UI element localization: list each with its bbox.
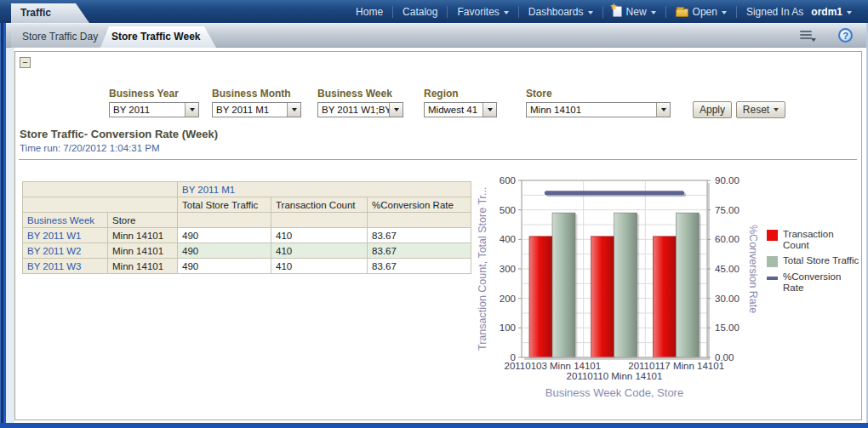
store-cell: Minn 14101	[108, 228, 178, 243]
traffic-cell: 490	[178, 243, 271, 259]
window-frame-bottom	[0, 423, 868, 428]
conversion-cell: 83.67	[368, 259, 471, 274]
prompt-store: Store Minn 14101	[526, 88, 671, 117]
business-year-value: BY 2011	[110, 103, 185, 117]
chevron-down-icon	[651, 11, 656, 14]
svg-text:100: 100	[500, 322, 516, 333]
store-cell: Minn 14101	[108, 243, 178, 259]
table-group-header-row: BY 2011 M1	[23, 182, 471, 197]
nav-new-label: New	[626, 6, 647, 18]
nav-home-label: Home	[356, 6, 383, 18]
dashboard-name-tab[interactable]: Traffic	[11, 3, 89, 23]
nav-home[interactable]: Home	[346, 0, 392, 23]
signed-in-label: Signed In As	[746, 6, 803, 18]
nav-favorites[interactable]: Favorites	[448, 0, 517, 23]
svg-text:30.00: 30.00	[715, 294, 740, 304]
right-axis-title: %Conversion Rate	[745, 180, 760, 357]
reset-label: Reset	[743, 104, 769, 116]
svg-text:500: 500	[500, 205, 516, 215]
business-year-select[interactable]: BY 2011	[109, 102, 199, 117]
tab-store-traffic-week[interactable]: Store Traffic Week	[100, 26, 216, 48]
tab-day-label: Store Traffic Day	[22, 31, 98, 43]
svg-text:200: 200	[500, 294, 516, 304]
group-header-cell[interactable]: BY 2011 M1	[178, 182, 471, 197]
dashboard-content-panel: − Business Year BY 2011 Business Month B…	[14, 51, 862, 420]
open-folder-icon	[676, 9, 688, 17]
signed-in-menu[interactable]: Signed In As ordm1	[737, 0, 861, 23]
title-separator	[19, 159, 857, 160]
table-row: BY 2011 W2 Minn 14101 490 410 83.67	[23, 243, 471, 259]
dropdown-arrow-icon[interactable]	[287, 103, 300, 117]
legend-entry: %Conversion Rate	[767, 271, 862, 294]
nav-new[interactable]: ★ New	[603, 0, 665, 23]
conversion-cell: 83.67	[368, 228, 471, 243]
chart-legend: Transaction CountTotal Store Traffic%Con…	[767, 229, 862, 298]
svg-text:600: 600	[500, 175, 516, 185]
week-cell[interactable]: BY 2011 W3	[23, 259, 108, 274]
collapse-section-icon[interactable]: −	[20, 57, 31, 68]
chevron-down-icon	[588, 11, 593, 14]
svg-text:20110103 Minn 14101: 20110103 Minn 14101	[505, 361, 602, 371]
region-value: Midwest 41	[425, 103, 483, 117]
dropdown-arrow-icon[interactable]	[185, 103, 198, 117]
nav-dashboards[interactable]: Dashboards	[519, 0, 602, 23]
prompt-region: Region Midwest 41	[424, 88, 497, 117]
apply-button[interactable]: Apply	[693, 101, 732, 118]
prompt-label: Business Month	[212, 88, 301, 100]
transactions-cell: 410	[271, 228, 368, 243]
help-glyph: ?	[842, 31, 848, 41]
star-badge-icon: ★	[610, 3, 618, 11]
chart-plot-area: 01002003004005006000.0015.0030.0045.0060…	[473, 167, 762, 392]
dropdown-arrow-icon[interactable]	[389, 103, 403, 117]
business-month-select[interactable]: BY 2011 M1	[212, 102, 301, 117]
nav-dashboards-label: Dashboards	[528, 6, 584, 18]
chevron-down-icon	[722, 11, 727, 14]
nav-catalog[interactable]: Catalog	[393, 0, 447, 23]
store-select[interactable]: Minn 14101	[526, 102, 671, 117]
legend-label: %Conversion Rate	[783, 271, 862, 294]
legend-swatch-icon	[767, 230, 778, 241]
transactions-cell: 410	[271, 243, 368, 259]
menu-line	[800, 34, 812, 36]
report-title: Store Traffic- Conversion Rate (Week)	[20, 128, 218, 140]
reset-button[interactable]: Reset	[736, 101, 785, 118]
col-header-conversion: %Conversion Rate	[368, 197, 471, 213]
prompt-business-year: Business Year BY 2011	[109, 88, 199, 117]
svg-text:20110110 Minn 14101: 20110110 Minn 14101	[567, 371, 663, 381]
chevron-down-icon	[504, 11, 509, 14]
user-name: ordm1	[811, 6, 842, 18]
store-value: Minn 14101	[527, 103, 656, 117]
prompt-business-month: Business Month BY 2011 M1	[212, 88, 301, 117]
prompt-business-week: Business Week BY 2011 W1;BY 2(	[317, 88, 403, 117]
svg-text:90.00: 90.00	[715, 175, 740, 185]
business-week-value: BY 2011 W1;BY 2(	[318, 103, 389, 117]
prompt-label: Business Week	[317, 88, 403, 100]
apply-label: Apply	[700, 104, 725, 116]
tab-store-traffic-day[interactable]: Store Traffic Day	[11, 26, 111, 48]
prompt-label: Region	[424, 88, 497, 100]
page-options-icon[interactable]	[800, 31, 815, 42]
week-cell[interactable]: BY 2011 W2	[23, 243, 108, 259]
store-cell: Minn 14101	[108, 259, 178, 274]
chevron-down-icon	[847, 11, 852, 14]
legend-entry: Total Store Traffic	[767, 255, 862, 267]
legend-label: Total Store Traffic	[783, 255, 859, 266]
chevron-down-icon	[811, 38, 816, 42]
svg-text:20110117 Minn 14101: 20110117 Minn 14101	[628, 361, 724, 371]
business-week-select[interactable]: BY 2011 W1;BY 2(	[317, 102, 403, 117]
col-header-business-week[interactable]: Business Week	[23, 213, 108, 228]
week-cell[interactable]: BY 2011 W1	[23, 228, 108, 243]
empty-cell	[178, 213, 271, 228]
menu-line	[800, 37, 812, 39]
nav-open-label: Open	[693, 6, 717, 18]
empty-cell	[271, 213, 368, 228]
dropdown-arrow-icon[interactable]	[656, 103, 670, 117]
traffic-cell: 490	[178, 259, 271, 274]
region-select[interactable]: Midwest 41	[424, 102, 497, 117]
pivot-table: BY 2011 M1 Total Store Traffic Transacti…	[22, 181, 471, 274]
help-icon[interactable]: ?	[838, 28, 853, 43]
legend-entry: Transaction Count	[767, 229, 862, 251]
col-header-transactions: Transaction Count	[271, 197, 368, 213]
dropdown-arrow-icon[interactable]	[483, 103, 496, 117]
nav-open[interactable]: Open	[666, 0, 736, 23]
